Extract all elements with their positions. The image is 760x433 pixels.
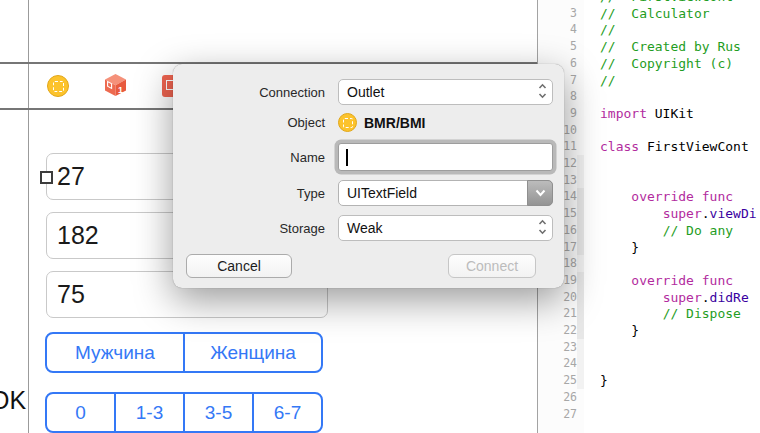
activity-segment-3[interactable]: 6-7 bbox=[254, 394, 321, 431]
updown-chevron-icon bbox=[538, 83, 547, 99]
connection-popup[interactable]: Outlet bbox=[338, 79, 553, 105]
code-line: import UIKit bbox=[600, 105, 694, 122]
connection-dialog: Connection Outlet Object BMR/BMI bbox=[173, 64, 564, 288]
code-line: } bbox=[600, 322, 639, 339]
ok-label: OK bbox=[0, 386, 26, 415]
code-fold-ribbon bbox=[577, 188, 584, 255]
activity-segment-2[interactable]: 3-5 bbox=[185, 394, 254, 431]
text-caret bbox=[346, 149, 348, 166]
storage-label: Storage bbox=[173, 221, 325, 236]
object-icon-glyph bbox=[343, 118, 353, 128]
code-line: // Created by Rus bbox=[600, 38, 741, 55]
line-number: 23 bbox=[538, 339, 577, 356]
xcode-window: 1 27 182 75 МужчинаЖенщина 01-33-56-7 OK… bbox=[0, 0, 760, 433]
scene-left-edge bbox=[28, 0, 29, 433]
storage-popup[interactable]: Weak bbox=[338, 215, 553, 241]
connection-label: Connection bbox=[173, 85, 325, 100]
type-value: UITextField bbox=[347, 185, 417, 201]
code-line: // Dispose bbox=[600, 305, 741, 322]
updown-chevron-icon bbox=[538, 219, 547, 235]
name-input[interactable] bbox=[338, 143, 553, 171]
code-line: // Copyright (c) bbox=[600, 55, 741, 72]
code-line: } bbox=[600, 372, 608, 389]
type-dropdown-button[interactable] bbox=[527, 180, 553, 206]
activity-segment-0[interactable]: 0 bbox=[47, 394, 116, 431]
type-combobox[interactable]: UITextField bbox=[338, 180, 553, 206]
line-number: 22 bbox=[538, 322, 577, 339]
name-label: Name bbox=[173, 150, 325, 165]
connection-value: Outlet bbox=[347, 84, 384, 100]
code-line: } bbox=[600, 239, 639, 256]
chevron-down-icon bbox=[535, 189, 546, 197]
code-line: super.viewDi bbox=[600, 205, 757, 222]
line-number: 25 bbox=[538, 372, 577, 389]
gender-segment-0[interactable]: Мужчина bbox=[47, 334, 185, 371]
code-line: // Do any bbox=[600, 222, 741, 239]
code-line: // bbox=[600, 72, 616, 89]
cancel-button[interactable]: Cancel bbox=[186, 254, 292, 278]
object-name: BMR/BMI bbox=[364, 115, 425, 131]
line-number: 3 bbox=[538, 5, 577, 22]
first-responder-icon[interactable]: 1 bbox=[103, 73, 128, 97]
view-controller-icon-glyph bbox=[53, 81, 64, 92]
gender-segmented-control: МужчинаЖенщина bbox=[45, 332, 323, 373]
type-label: Type bbox=[173, 186, 325, 201]
connect-button[interactable]: Connect bbox=[448, 254, 536, 278]
line-number: 21 bbox=[538, 305, 577, 322]
gender-segment-1[interactable]: Женщина bbox=[185, 334, 321, 371]
object-label: Object bbox=[173, 115, 325, 130]
cube-icon: 1 bbox=[103, 73, 128, 97]
activity-segment-1[interactable]: 1-3 bbox=[116, 394, 185, 431]
storage-value: Weak bbox=[347, 220, 383, 236]
activity-segmented-control: 01-33-56-7 bbox=[45, 392, 323, 433]
line-number: 27 bbox=[538, 406, 577, 423]
code-line: override func bbox=[600, 188, 741, 205]
code-line: // bbox=[600, 21, 616, 38]
svg-text:1: 1 bbox=[118, 85, 123, 95]
view-controller-icon[interactable] bbox=[47, 75, 69, 97]
line-number: 20 bbox=[538, 289, 577, 306]
code-line: class FirstViewCont bbox=[600, 138, 749, 155]
line-number: 24 bbox=[538, 355, 577, 372]
code-editor[interactable]: // FirstViewCont// Calculator//// Create… bbox=[584, 0, 760, 433]
code-line: super.didRe bbox=[600, 289, 749, 306]
line-number: 26 bbox=[538, 389, 577, 406]
line-number: 5 bbox=[538, 38, 577, 55]
object-view-controller-icon bbox=[338, 113, 357, 132]
code-line: override func bbox=[600, 272, 741, 289]
line-number: 4 bbox=[538, 21, 577, 38]
outlet-drag-marker bbox=[40, 171, 53, 184]
code-fold-ribbon bbox=[577, 272, 584, 339]
code-line: // Calculator bbox=[600, 5, 710, 22]
